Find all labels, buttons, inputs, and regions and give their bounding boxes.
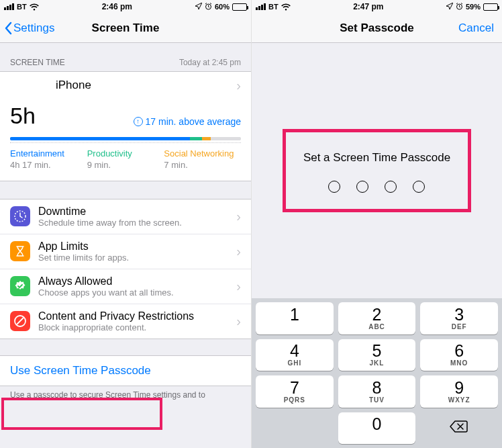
page-title: Set Passcode xyxy=(340,21,414,35)
category-entertainment: Entertainment 4h 17 min. xyxy=(10,148,87,171)
battery-icon xyxy=(232,3,247,11)
passcode-prompt: Set a Screen Time Passcode xyxy=(303,151,450,165)
back-button[interactable]: Settings xyxy=(4,21,54,35)
battery-pct: 60% xyxy=(215,3,230,11)
backspace-icon xyxy=(450,420,468,436)
key-6[interactable]: 6MNO xyxy=(420,339,498,371)
location-icon xyxy=(195,3,202,11)
section-header-screentime: SCREEN TIME Today at 2:45 pm xyxy=(0,43,251,71)
carrier-label: BT xyxy=(268,3,279,11)
status-time: 2:46 pm xyxy=(102,2,132,11)
wifi-icon xyxy=(281,3,291,11)
location-icon xyxy=(446,3,453,11)
phone-screen-time: BT 2:46 pm 60% Settings Screen Time SC xyxy=(0,0,251,448)
highlight-frame xyxy=(1,398,162,430)
chevron-right-icon: › xyxy=(236,314,241,328)
pin-dot xyxy=(328,181,340,193)
device-row[interactable]: iPhone › xyxy=(0,72,251,99)
nav-bar: Set Passcode Cancel xyxy=(252,13,502,43)
section-label: SCREEN TIME xyxy=(10,58,65,67)
page-title: Screen Time xyxy=(92,21,160,35)
key-7[interactable]: 7PQRS xyxy=(256,375,334,408)
pin-dot xyxy=(356,181,368,193)
hourglass-icon xyxy=(10,241,30,261)
key-2[interactable]: 2ABC xyxy=(338,302,416,334)
chevron-right-icon: › xyxy=(236,279,241,293)
nav-bar: Settings Screen Time xyxy=(0,13,251,43)
usage-bar xyxy=(10,137,241,140)
status-bar: BT 2:47 pm 59% xyxy=(252,0,502,13)
usage-summary[interactable]: 5h ↑ 17 min. above average Entertainment… xyxy=(0,99,251,181)
checkmark-icon xyxy=(10,276,30,296)
pin-dot xyxy=(385,181,397,193)
key-blank xyxy=(256,412,334,445)
carrier-label: BT xyxy=(17,3,27,11)
key-5[interactable]: 5JKL xyxy=(338,339,416,371)
up-arrow-icon: ↑ xyxy=(134,117,143,126)
chevron-right-icon: › xyxy=(236,79,241,92)
key-4[interactable]: 4GHI xyxy=(256,339,334,371)
cancel-button[interactable]: Cancel xyxy=(458,21,494,35)
pin-dot xyxy=(413,181,425,193)
status-time: 2:47 pm xyxy=(353,2,383,11)
device-name: iPhone xyxy=(10,79,91,92)
no-entry-icon xyxy=(10,311,30,331)
footer-note: Use a passcode to secure Screen Time set… xyxy=(0,386,251,400)
downtime-icon xyxy=(10,206,30,226)
wifi-icon xyxy=(30,3,39,11)
menu-content[interactable]: Content and Privacy Restrictions Block i… xyxy=(0,304,251,339)
alarm-icon xyxy=(205,3,212,11)
battery-icon xyxy=(483,3,498,11)
status-bar: BT 2:46 pm 60% xyxy=(0,0,251,13)
key-backspace[interactable] xyxy=(420,412,498,445)
signal-icon xyxy=(256,3,266,10)
chevron-left-icon xyxy=(4,21,12,35)
back-label: Settings xyxy=(13,21,54,35)
chevron-right-icon: › xyxy=(236,210,241,223)
use-passcode-link: Use Screen Time Passcode xyxy=(0,356,251,386)
menu-allowed[interactable]: Always Allowed Choose apps you want at a… xyxy=(0,269,251,304)
menu-applimits[interactable]: App Limits Set time limits for apps. › xyxy=(0,234,251,269)
battery-pct: 59% xyxy=(466,3,481,11)
key-0[interactable]: 0 xyxy=(338,412,416,445)
numeric-keypad: 1 2ABC 3DEF 4GHI 5JKL 6MNO 7PQRS 8TUV 9W… xyxy=(252,298,502,448)
key-3[interactable]: 3DEF xyxy=(420,302,498,334)
alarm-icon xyxy=(456,3,463,11)
category-productivity: Productivity 9 min. xyxy=(87,148,164,171)
key-8[interactable]: 8TUV xyxy=(338,375,416,408)
passcode-dots xyxy=(303,181,450,193)
signal-icon xyxy=(4,3,14,10)
phone-set-passcode: BT 2:47 pm 59% Set Passcode Cancel Set a… xyxy=(251,0,502,448)
chevron-right-icon: › xyxy=(236,244,241,258)
total-time: 5h xyxy=(10,103,36,129)
key-1[interactable]: 1 xyxy=(256,302,334,334)
category-social: Social Networking 7 min. xyxy=(164,148,241,171)
section-asof: Today at 2:45 pm xyxy=(179,58,241,67)
use-passcode-button[interactable]: Use Screen Time Passcode xyxy=(0,356,251,386)
key-9[interactable]: 9WXYZ xyxy=(420,375,498,408)
highlight-frame: Set a Screen Time Passcode xyxy=(283,129,471,212)
menu-downtime[interactable]: Downtime Schedule time away from the scr… xyxy=(0,199,251,234)
above-average: ↑ 17 min. above average xyxy=(134,116,241,127)
